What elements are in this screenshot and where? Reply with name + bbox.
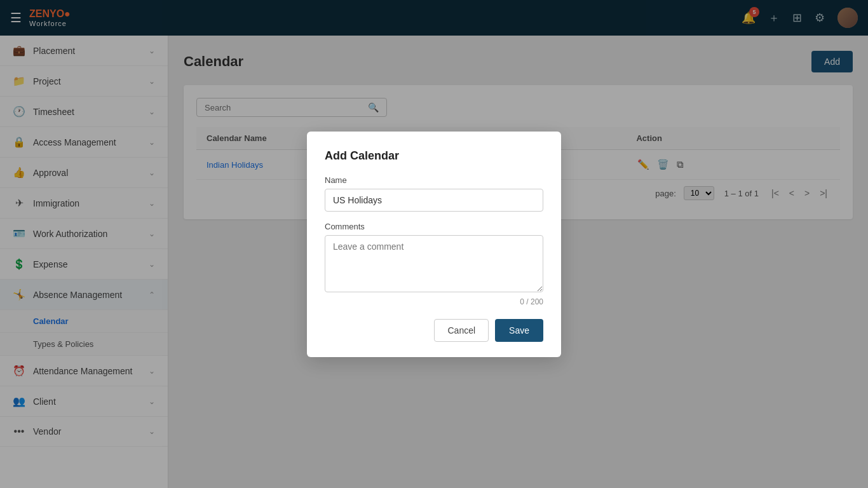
cancel-button[interactable]: Cancel (434, 319, 489, 342)
save-button[interactable]: Save (495, 319, 543, 342)
name-label: Name (325, 175, 543, 185)
add-calendar-modal: Add Calendar Name Comments 0 / 200 Cance… (307, 132, 561, 357)
name-input[interactable] (325, 189, 543, 212)
comments-label: Comments (325, 222, 543, 231)
char-count: 0 / 200 (325, 297, 543, 306)
comments-textarea[interactable] (325, 235, 543, 292)
name-field-group: Name (325, 175, 543, 212)
modal-title: Add Calendar (325, 149, 543, 163)
modal-overlay[interactable]: Add Calendar Name Comments 0 / 200 Cance… (0, 0, 868, 488)
comments-field-group: Comments 0 / 200 (325, 222, 543, 306)
modal-actions: Cancel Save (325, 319, 543, 342)
